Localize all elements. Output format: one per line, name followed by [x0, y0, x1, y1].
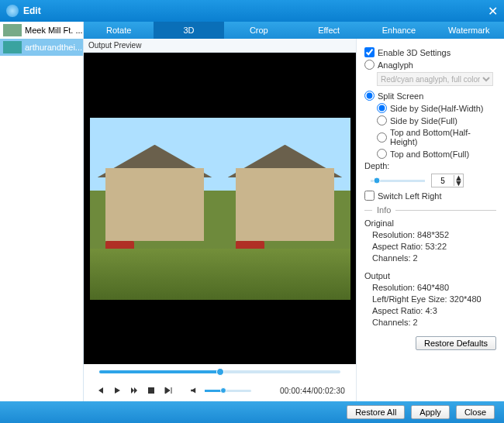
switch-lr-checkbox[interactable]: Switch Left Right — [364, 191, 496, 201]
restore-all-button[interactable]: Restore All — [347, 405, 405, 419]
sidebar-item[interactable]: Meek Mill Ft. ... — [0, 22, 83, 39]
sidebar-item[interactable]: arthurandthei... — [0, 39, 83, 56]
split-opt-sbs-full[interactable]: Side by Side(Full) — [377, 115, 496, 126]
thumbnail-icon — [3, 24, 22, 36]
anaglyph-radio[interactable]: Anaglyph — [364, 60, 496, 70]
title-bar: Edit ✕ — [0, 0, 504, 22]
info-original-label: Original — [364, 218, 496, 229]
anaglyph-select: Red/cyan anaglyph, full color — [377, 72, 493, 86]
depth-slider[interactable] — [371, 180, 425, 182]
tab-watermark[interactable]: Watermark — [434, 22, 504, 39]
split-screen-radio[interactable]: Split Screen — [364, 91, 496, 101]
info-original-channels: Channels: 2 — [372, 253, 496, 264]
info-legend: Info — [364, 205, 496, 215]
time-display: 00:00:44/00:02:30 — [280, 387, 345, 395]
close-icon[interactable]: ✕ — [488, 4, 498, 19]
volume-slider[interactable] — [205, 390, 251, 392]
app-logo-icon — [6, 5, 19, 17]
preview-header: Output Preview — [84, 39, 356, 53]
split-opt-sbs-half[interactable]: Side by Side(Half-Width) — [377, 103, 496, 113]
player-controls: 00:00:44/00:02:30 — [84, 380, 356, 401]
prev-icon[interactable] — [95, 385, 105, 396]
depth-label: Depth: — [364, 161, 496, 170]
next-icon[interactable] — [163, 385, 174, 396]
restore-defaults-button[interactable]: Restore Defaults — [416, 336, 496, 350]
thumbnail-icon — [3, 41, 22, 53]
split-opt-tb-half[interactable]: Top and Bottom(Half-Height) — [377, 128, 496, 146]
file-sidebar: Meek Mill Ft. ... arthurandthei... — [0, 22, 84, 401]
apply-button[interactable]: Apply — [411, 405, 450, 419]
info-original-resolution: Resolution: 848*352 — [372, 229, 496, 241]
info-output-resolution: Resolution: 640*480 — [372, 282, 496, 294]
play-icon[interactable] — [112, 385, 123, 396]
stop-icon[interactable] — [146, 385, 157, 396]
info-output-label: Output — [364, 270, 496, 282]
tab-effect[interactable]: Effect — [294, 22, 364, 39]
preview-right-eye — [220, 118, 350, 300]
seek-slider[interactable] — [99, 370, 340, 373]
info-original-aspect: Aspect Ratio: 53:22 — [372, 241, 496, 253]
sidebar-item-label: Meek Mill Ft. ... — [25, 26, 83, 35]
close-button[interactable]: Close — [456, 405, 495, 419]
split-opt-tb-full[interactable]: Top and Bottom(Full) — [377, 149, 496, 159]
tab-crop[interactable]: Crop — [224, 22, 294, 39]
info-output-eyesize: Left/Right Eye Size: 320*480 — [372, 294, 496, 305]
tab-bar: Rotate 3D Crop Effect Enhance Watermark — [84, 22, 504, 39]
tab-rotate[interactable]: Rotate — [84, 22, 154, 39]
settings-panel: Enable 3D Settings Anaglyph Red/cyan ana… — [357, 39, 504, 401]
sidebar-item-label: arthurandthei... — [25, 43, 82, 52]
svg-rect-0 — [148, 387, 154, 394]
footer-bar: Restore All Apply Close — [0, 401, 504, 423]
depth-spinner[interactable]: ▲▼ — [431, 174, 464, 187]
info-output-aspect: Aspect Ratio: 4:3 — [372, 305, 496, 317]
enable-3d-checkbox[interactable]: Enable 3D Settings — [364, 47, 496, 57]
info-output-channels: Channels: 2 — [372, 317, 496, 328]
window-title: Edit — [23, 5, 41, 16]
volume-icon[interactable] — [189, 385, 200, 396]
fast-forward-icon[interactable] — [129, 385, 140, 396]
preview-left-eye — [90, 118, 220, 300]
tab-3d[interactable]: 3D — [154, 22, 223, 39]
tab-enhance[interactable]: Enhance — [364, 22, 433, 39]
video-preview — [84, 53, 356, 364]
spin-down-icon[interactable]: ▼ — [454, 181, 463, 186]
